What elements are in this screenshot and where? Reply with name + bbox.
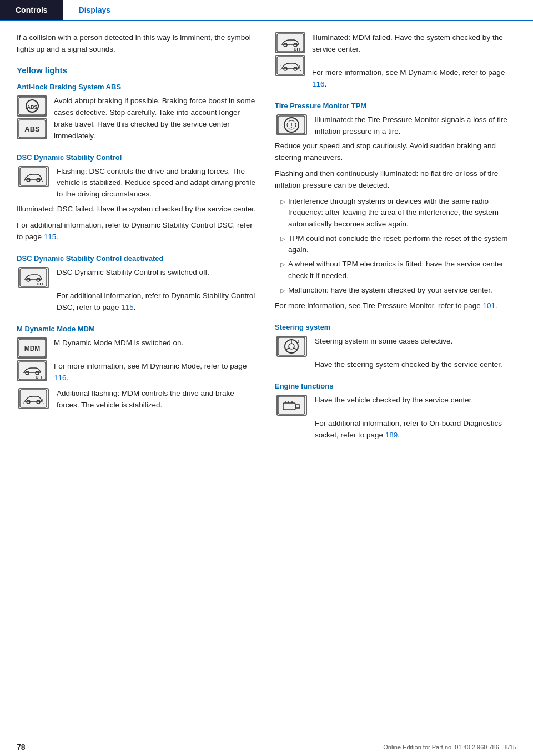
dsc-icon-box (17, 166, 50, 187)
dsc-icon-text-row: Flashing: DSC controls the drive and bra… (17, 166, 258, 201)
abs-icon-text-row: ABS ABS Avoid abrupt brakin (17, 95, 258, 142)
tpm-bullet-4: ▷ Malfunction: have the system checked b… (280, 285, 516, 296)
mdm-page-link[interactable]: 116 (54, 374, 67, 382)
tpm-page-link[interactable]: 101 (482, 301, 495, 310)
dsc-illuminated-text: Illuminated: DSC failed. Have the system… (17, 204, 258, 215)
dsc-page-link[interactable]: 115 (44, 233, 57, 241)
right-column: OFF (275, 32, 516, 452)
dsc-additional-text: For additional information, refer to Dyn… (17, 220, 258, 243)
mdm-car-icon-right (275, 55, 305, 76)
page-footer: 78 Online Edition for Part no. 01 40 2 9… (0, 738, 533, 756)
engine-page-link[interactable]: 189 (385, 431, 398, 439)
tpm-reduce-speed-text: Reduce your speed and stop cautiously. A… (275, 140, 516, 164)
tab-displays-label: Displays (79, 6, 111, 14)
abs-icon-container: ABS ABS (17, 95, 47, 139)
svg-text:ABS: ABS (27, 104, 37, 110)
dsc-off-icon-box: OFF (17, 267, 50, 288)
svg-text:OFF: OFF (37, 282, 45, 286)
dsc-off-page-link[interactable]: 115 (121, 303, 134, 311)
dsc-deactivated-section: DSC Dynamic Stability Control deactivate… (17, 254, 258, 314)
tpm-flashing-text: Flashing and then continuously illuminat… (275, 168, 516, 191)
left-column: If a collision with a person detected in… (17, 32, 258, 452)
steering-section: Steering system (275, 323, 516, 371)
tpm-bullet-1: ▷ Interference through systems or device… (280, 196, 516, 230)
header-tabs: Controls Displays (0, 0, 533, 21)
tpm-icon-text-row: ! Illuminated: the Tire Pressure Monitor… (275, 114, 516, 138)
engine-body-text: Have the vehicle checked by the service … (315, 395, 516, 441)
bullet-arrow-4: ▷ (280, 286, 285, 296)
dsc-deactivated-title: DSC Dynamic Stability Control deactivate… (17, 254, 258, 263)
mdm-off-icon: OFF (17, 360, 47, 381)
dsc-section: DSC Dynamic Stability Control (17, 153, 258, 244)
svg-text:MDM: MDM (24, 345, 40, 352)
svg-text:OFF: OFF (294, 47, 302, 51)
steering-title: Steering system (275, 323, 516, 331)
tpm-section: Tire Pressure Monitor TPM ! (275, 102, 516, 312)
tab-controls[interactable]: Controls (0, 0, 63, 20)
mdm-off-icon-right: OFF (275, 32, 305, 53)
dsc-flash-text: Flashing: DSC controls the drive and bra… (57, 166, 258, 201)
tpm-bullet-list: ▷ Interference through systems or device… (280, 196, 516, 296)
svg-text:!: ! (298, 339, 300, 344)
steering-icon-text-row: ! Steering system in some cases defectiv… (275, 336, 516, 371)
abs-circle-icon: ABS (17, 95, 47, 117)
tab-displays[interactable]: Displays (63, 0, 127, 20)
svg-text:ABS: ABS (24, 125, 40, 133)
tpm-bullet-2: ▷ TPM could not conclude the reset: perf… (280, 233, 516, 256)
dsc-off-text: DSC Dynamic Stability Control is switche… (57, 267, 258, 314)
mdm-section: M Dynamic Mode MDM MDM (17, 325, 258, 412)
engine-section: Engine functions (275, 382, 516, 441)
tpm-icon-box: ! (275, 114, 308, 135)
svg-rect-5 (20, 168, 47, 185)
svg-rect-39 (278, 396, 305, 414)
mdm-icon-container: MDM OFF (17, 337, 47, 381)
engine-icon-text-row: Have the vehicle checked by the service … (275, 395, 516, 441)
mdm-flash-icon-box (17, 388, 50, 409)
dsc-car-icon (18, 166, 49, 187)
mdm-body-text: M Dynamic Mode MDM is switched on.For mo… (54, 337, 258, 384)
abs-title: Anti-lock Braking System ABS (17, 83, 258, 91)
svg-text:OFF: OFF (36, 375, 44, 379)
bullet-arrow-3: ▷ (280, 260, 285, 281)
steering-body-text: Steering system in some cases defective.… (315, 336, 516, 371)
dsc-off-icon: OFF (18, 267, 49, 288)
tab-controls-label: Controls (16, 6, 48, 14)
steering-icon: ! (276, 336, 307, 357)
engine-icon (276, 395, 307, 416)
content-area: If a collision with a person detected in… (0, 21, 533, 463)
bullet-arrow-2: ▷ (280, 234, 285, 256)
main-content: If a collision with a person detected in… (0, 21, 533, 756)
abs-section: Anti-lock Braking System ABS ABS (17, 83, 258, 142)
tpm-footer-text: For more information, see Tire Pressure … (275, 300, 516, 312)
mdm-illuminated-text: Illuminated: MDM failed. Have the system… (312, 32, 516, 90)
intro-text: If a collision with a person detected in… (17, 32, 258, 56)
mdm-flash-text: Additional flashing: MDM controls the dr… (57, 388, 258, 411)
page-wrapper: Controls Displays If a collision with a … (0, 0, 533, 756)
mdm-flash-row: Additional flashing: MDM controls the dr… (17, 388, 258, 411)
mdm-text-icon: MDM (17, 337, 47, 359)
mdm-title: M Dynamic Mode MDM (17, 325, 258, 333)
tpm-icon: ! (276, 114, 307, 135)
mdm-illuminated-section: OFF (275, 32, 516, 90)
mdm-illuminated-row: OFF (275, 32, 516, 90)
abs-text-icon: ABS (17, 118, 47, 139)
bullet-arrow-1: ▷ (280, 197, 285, 230)
dsc-title: DSC Dynamic Stability Control (17, 153, 258, 162)
tpm-icon-text: Illuminated: the Tire Pressure Monitor s… (315, 114, 516, 138)
mdm-flash-car-icon (18, 388, 49, 409)
tpm-bullet-3: ▷ A wheel without TPM electronics is fit… (280, 259, 516, 281)
steering-icon-box: ! (275, 336, 308, 357)
page-number: 78 (17, 743, 26, 752)
yellow-lights-title: Yellow lights (17, 65, 258, 75)
dsc-off-icon-text-row: OFF DSC Dynamic Stability Control is swi… (17, 267, 258, 314)
abs-body-text: Avoid abrupt braking if possible. Brakin… (54, 95, 258, 142)
engine-title: Engine functions (275, 382, 516, 390)
svg-text:!: ! (290, 121, 293, 129)
mdm-icon-text-row: MDM OFF (17, 337, 258, 384)
engine-icon-box (275, 395, 308, 416)
footer-text: Online Edition for Part no. 01 40 2 960 … (383, 744, 516, 750)
mdm-illuminated-page-link[interactable]: 116 (312, 80, 325, 88)
mdm-illuminated-icons: OFF (275, 32, 305, 76)
tpm-title: Tire Pressure Monitor TPM (275, 102, 516, 110)
